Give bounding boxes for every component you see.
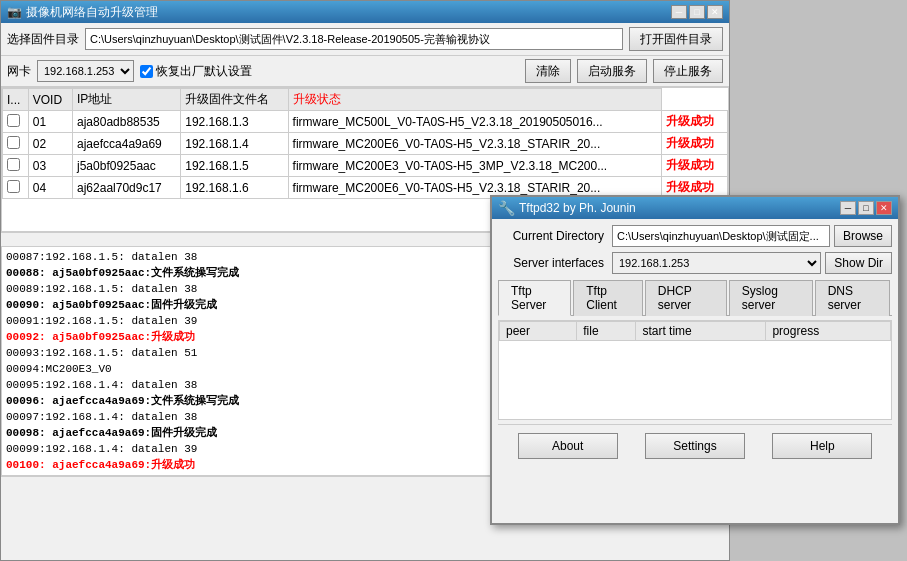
tftp-tab-tftp-server[interactable]: Tftp Server [498, 280, 571, 316]
cell-firmware: firmware_MC500L_V0-TA0S-H5_V2.3.18_20190… [288, 111, 662, 133]
col-firmware: 升级固件文件名 [181, 89, 288, 111]
col-status: 升级状态 [288, 89, 662, 111]
tftp-close-button[interactable]: ✕ [876, 201, 892, 215]
tftp-body: Current Directory Browse Server interfac… [492, 219, 898, 469]
open-firmware-button[interactable]: 打开固件目录 [629, 27, 723, 51]
main-title-bar: 📷 摄像机网络自动升级管理 ─ □ ✕ [1, 1, 729, 23]
cell-index: 03 [28, 155, 72, 177]
main-window-title: 摄像机网络自动升级管理 [26, 4, 158, 21]
cell-checkbox[interactable] [3, 177, 29, 199]
cell-ip: 192.168.1.5 [181, 155, 288, 177]
tftp-tab-dns-server[interactable]: DNS server [815, 280, 890, 316]
tftp-tab-dhcp-server[interactable]: DHCP server [645, 280, 727, 316]
current-dir-label: Current Directory [498, 229, 608, 243]
cell-index: 02 [28, 133, 72, 155]
minimize-button[interactable]: ─ [671, 5, 687, 19]
show-dir-button[interactable]: Show Dir [825, 252, 892, 274]
server-interfaces-label: Server interfaces [498, 256, 608, 270]
col-progress: progress [766, 322, 891, 341]
col-peer: peer [500, 322, 577, 341]
help-button[interactable]: Help [772, 433, 872, 459]
cell-status: 升级成功 [662, 155, 728, 177]
cell-void: aj62aal70d9c17 [73, 177, 181, 199]
col-void: VOID [28, 89, 72, 111]
tftp-icon: 🔧 [498, 200, 515, 216]
nic-label: 网卡 [7, 63, 31, 80]
cell-firmware: firmware_MC200E3_V0-TA0S-H5_3MP_V2.3.18_… [288, 155, 662, 177]
server-interfaces-row: Server interfaces 192.168.1.253 Show Dir [498, 252, 892, 274]
tftp-window-controls: ─ □ ✕ [840, 201, 892, 215]
tftp-maximize-button[interactable]: □ [858, 201, 874, 215]
tftp-tab-tftp-client[interactable]: Tftp Client [573, 280, 643, 316]
cell-status: 升级成功 [662, 111, 728, 133]
server-interface-select[interactable]: 192.168.1.253 [612, 252, 821, 274]
firmware-toolbar: 选择固件目录 打开固件目录 [1, 23, 729, 56]
table-row[interactable]: 02 ajaefcca4a9a69 192.168.1.4 firmware_M… [3, 133, 728, 155]
main-window-icon: 📷 [7, 5, 22, 19]
stop-service-button[interactable]: 停止服务 [653, 59, 723, 83]
browse-button[interactable]: Browse [834, 225, 892, 247]
about-button[interactable]: About [518, 433, 618, 459]
tftp-tab-syslog-server[interactable]: Syslog server [729, 280, 813, 316]
cell-index: 04 [28, 177, 72, 199]
settings-button[interactable]: Settings [645, 433, 745, 459]
cell-void: j5a0bf0925aac [73, 155, 181, 177]
transfer-table-container: peer file start time progress [498, 320, 892, 420]
col-start-time: start time [636, 322, 766, 341]
cell-firmware: firmware_MC200E6_V0-TA0S-H5_V2.3.18_STAR… [288, 133, 662, 155]
cell-ip: 192.168.1.6 [181, 177, 288, 199]
nic-row: 网卡 192.168.1.253 恢复出厂默认设置 清除 启动服务 停止服务 [1, 56, 729, 87]
restore-default-checkbox[interactable] [140, 65, 153, 78]
table-row[interactable]: 01 aja80adb88535 192.168.1.3 firmware_MC… [3, 111, 728, 133]
auto-service-button[interactable]: 启动服务 [577, 59, 647, 83]
tftp-window: 🔧 Tftpd32 by Ph. Jounin ─ □ ✕ Current Di… [490, 195, 900, 525]
cell-ip: 192.168.1.3 [181, 111, 288, 133]
device-table: I... VOID IP地址 升级固件文件名 升级状态 01 aja80adb8… [2, 88, 728, 199]
close-button[interactable]: ✕ [707, 5, 723, 19]
action-buttons: 清除 启动服务 停止服务 [525, 59, 723, 83]
tftp-title-bar: 🔧 Tftpd32 by Ph. Jounin ─ □ ✕ [492, 197, 898, 219]
select-firmware-label: 选择固件目录 [7, 31, 79, 48]
nic-select[interactable]: 192.168.1.253 [37, 60, 134, 82]
tftp-tabs: Tftp ServerTftp ClientDHCP serverSyslog … [498, 279, 892, 316]
clear-button[interactable]: 清除 [525, 59, 571, 83]
col-index: I... [3, 89, 29, 111]
cell-void: aja80adb88535 [73, 111, 181, 133]
cell-checkbox[interactable] [3, 155, 29, 177]
tftp-minimize-button[interactable]: ─ [840, 201, 856, 215]
col-ip: IP地址 [73, 89, 181, 111]
transfer-table: peer file start time progress [499, 321, 891, 341]
col-file: file [577, 322, 636, 341]
tftp-window-title: Tftpd32 by Ph. Jounin [519, 201, 636, 215]
main-window-controls: ─ □ ✕ [671, 5, 723, 19]
current-dir-row: Current Directory Browse [498, 225, 892, 247]
cell-index: 01 [28, 111, 72, 133]
cell-checkbox[interactable] [3, 133, 29, 155]
current-dir-input[interactable] [612, 225, 830, 247]
cell-checkbox[interactable] [3, 111, 29, 133]
cell-void: ajaefcca4a9a69 [73, 133, 181, 155]
table-row[interactable]: 03 j5a0bf0925aac 192.168.1.5 firmware_MC… [3, 155, 728, 177]
cell-status: 升级成功 [662, 133, 728, 155]
maximize-button[interactable]: □ [689, 5, 705, 19]
tftp-footer: About Settings Help [498, 424, 892, 463]
firmware-path-input[interactable] [85, 28, 623, 50]
cell-ip: 192.168.1.4 [181, 133, 288, 155]
restore-default-checkbox-label: 恢复出厂默认设置 [140, 63, 252, 80]
